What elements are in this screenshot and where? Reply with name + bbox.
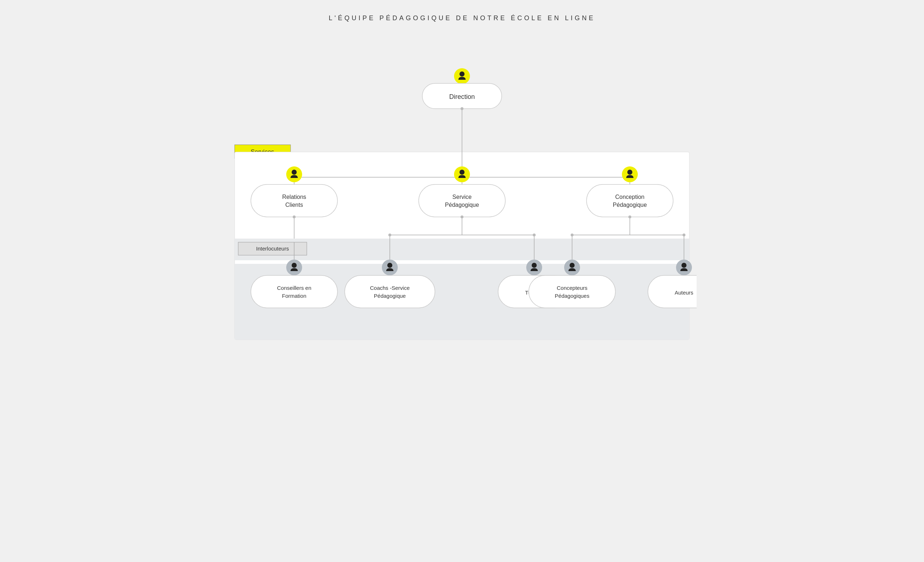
cf-label1: Conseillers en: [277, 285, 311, 291]
conc-label2: Pédagogiques: [555, 293, 590, 299]
cp-bottom-dot: [628, 216, 631, 218]
rc-label2: Clients: [285, 202, 303, 208]
svg-point-6: [532, 263, 537, 268]
sp-bottom-dot: [460, 216, 464, 218]
cp-box: [586, 184, 673, 217]
svg-point-3: [627, 169, 632, 175]
rc-bottom-dot: [293, 216, 296, 218]
cp-label1: Conception: [615, 194, 645, 200]
conc-box: [529, 276, 615, 308]
au-top-dot: [682, 234, 686, 237]
svg-point-4: [292, 263, 297, 268]
direction-dot: [460, 107, 464, 110]
cf-box: [251, 276, 338, 308]
interlocuteurs-label: Interlocuteurs: [256, 246, 289, 252]
rc-box: [251, 184, 338, 217]
svg-point-7: [570, 263, 574, 268]
co-label2: Pédagogique: [374, 293, 406, 299]
co-top-dot: [388, 234, 391, 237]
svg-point-1: [292, 169, 297, 175]
sp-box: [418, 184, 506, 217]
cf-label2: Formation: [282, 293, 306, 299]
svg-point-2: [459, 169, 465, 175]
svg-point-8: [681, 263, 687, 268]
sp-label1: Service: [452, 194, 471, 200]
au-label: Auteurs: [675, 289, 693, 295]
page-title: L'ÉQUIPE PÉDAGOGIQUE DE NOTRE ÉCOLE EN L…: [329, 15, 596, 22]
rc-label1: Relations: [282, 194, 306, 200]
co-label1: Coachs -Service: [370, 285, 410, 291]
co-box: [345, 276, 435, 308]
cp-label2: Pédagogique: [613, 202, 647, 208]
sp-label2: Pédagogique: [445, 202, 479, 208]
conc-top-dot: [571, 234, 573, 237]
svg-point-0: [459, 72, 465, 76]
conc-label1: Concepteurs: [556, 285, 587, 291]
direction-label: Direction: [449, 93, 475, 100]
tu-top-dot: [533, 234, 536, 237]
org-chart: Direction Services Relations: [227, 40, 697, 347]
svg-point-5: [387, 263, 392, 268]
